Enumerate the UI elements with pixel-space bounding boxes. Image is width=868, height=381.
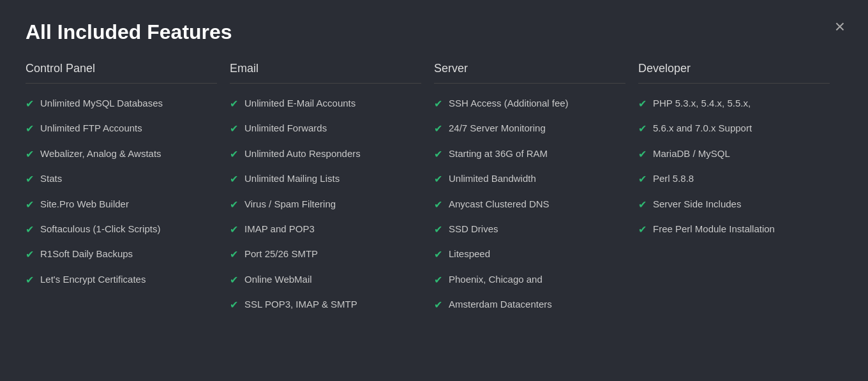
column-control-panel: Control Panel✔Unlimited MySQL Databases✔… <box>26 62 230 323</box>
check-icon: ✔ <box>638 122 647 136</box>
feature-text: Server Side Includes <box>653 197 830 211</box>
modal: All Included Features × Control Panel✔Un… <box>0 0 868 381</box>
check-icon: ✔ <box>230 298 238 312</box>
list-item: ✔Litespeed <box>434 247 625 262</box>
check-icon: ✔ <box>638 97 647 111</box>
check-icon: ✔ <box>26 122 34 136</box>
list-item: ✔SSL POP3, IMAP & SMTP <box>230 297 421 312</box>
check-icon: ✔ <box>434 122 442 136</box>
feature-text: Unlimited MySQL Databases <box>40 96 217 110</box>
feature-text: SSH Access (Additional fee) <box>449 96 625 110</box>
feature-text: Unlimited E-Mail Accounts <box>244 96 421 110</box>
features-columns: Control Panel✔Unlimited MySQL Databases✔… <box>26 62 842 323</box>
close-button[interactable]: × <box>835 18 845 36</box>
feature-text: Site.Pro Web Builder <box>40 197 217 211</box>
check-icon: ✔ <box>434 172 442 186</box>
column-header-developer: Developer <box>638 62 830 84</box>
check-icon: ✔ <box>638 223 647 237</box>
check-icon: ✔ <box>434 147 442 161</box>
list-item: ✔24/7 Server Monitoring <box>434 121 625 136</box>
feature-text: PHP 5.3.x, 5.4.x, 5.5.x, <box>653 96 830 110</box>
feature-text: Webalizer, Analog & Awstats <box>40 147 217 160</box>
check-icon: ✔ <box>434 223 442 237</box>
feature-list-server: ✔SSH Access (Additional fee)✔24/7 Server… <box>434 96 625 313</box>
column-email: Email✔Unlimited E-Mail Accounts✔Unlimite… <box>230 62 434 323</box>
check-icon: ✔ <box>230 172 238 186</box>
feature-text: 24/7 Server Monitoring <box>449 121 625 135</box>
list-item: ✔Stats <box>26 172 217 186</box>
list-item: ✔Unlimited Forwards <box>230 121 421 136</box>
feature-text: MariaDB / MySQL <box>653 147 830 160</box>
check-icon: ✔ <box>230 198 238 212</box>
feature-text: Anycast Clustered DNS <box>449 197 625 211</box>
feature-text: Unlimited Bandwidth <box>449 172 625 185</box>
check-icon: ✔ <box>638 172 647 186</box>
modal-title: All Included Features <box>26 20 842 44</box>
feature-text: Unlimited Forwards <box>244 121 421 135</box>
column-server: Server✔SSH Access (Additional fee)✔24/7 … <box>434 62 638 323</box>
list-item: ✔Unlimited MySQL Databases <box>26 96 217 111</box>
list-item: ✔Phoenix, Chicago and <box>434 273 625 287</box>
list-item: ✔Unlimited Bandwidth <box>434 172 625 186</box>
check-icon: ✔ <box>26 172 34 186</box>
list-item: ✔Unlimited Mailing Lists <box>230 172 421 186</box>
check-icon: ✔ <box>26 248 34 262</box>
feature-text: Softaculous (1-Click Scripts) <box>40 222 217 235</box>
column-developer: Developer✔PHP 5.3.x, 5.4.x, 5.5.x,✔5.6.x… <box>638 62 842 323</box>
check-icon: ✔ <box>434 273 442 287</box>
column-header-email: Email <box>230 62 421 84</box>
feature-text: Unlimited Auto Responders <box>244 147 421 160</box>
list-item: ✔Unlimited FTP Accounts <box>26 121 217 136</box>
check-icon: ✔ <box>26 223 34 237</box>
check-icon: ✔ <box>638 198 647 212</box>
feature-text: SSD Drives <box>449 222 625 235</box>
list-item: ✔Server Side Includes <box>638 197 830 212</box>
list-item: ✔SSD Drives <box>434 222 625 237</box>
feature-text: Unlimited Mailing Lists <box>244 172 421 185</box>
check-icon: ✔ <box>26 97 34 111</box>
check-icon: ✔ <box>230 122 238 136</box>
feature-text: Online WebMail <box>244 273 421 286</box>
check-icon: ✔ <box>230 223 238 237</box>
feature-text: IMAP and POP3 <box>244 222 421 235</box>
list-item: ✔PHP 5.3.x, 5.4.x, 5.5.x, <box>638 96 830 111</box>
list-item: ✔Perl 5.8.8 <box>638 172 830 186</box>
feature-text: Free Perl Module Installation <box>653 222 830 235</box>
check-icon: ✔ <box>638 147 647 161</box>
check-icon: ✔ <box>434 248 442 262</box>
list-item: ✔Site.Pro Web Builder <box>26 197 217 212</box>
feature-text: Starting at 36G of RAM <box>449 147 625 160</box>
feature-text: Unlimited FTP Accounts <box>40 121 217 135</box>
list-item: ✔Port 25/26 SMTP <box>230 247 421 262</box>
feature-text: Amsterdam Datacenters <box>449 297 625 311</box>
check-icon: ✔ <box>26 147 34 161</box>
check-icon: ✔ <box>230 147 238 161</box>
list-item: ✔Anycast Clustered DNS <box>434 197 625 212</box>
list-item: ✔Let's Encrypt Certificates <box>26 273 217 287</box>
column-header-server: Server <box>434 62 625 84</box>
list-item: ✔Virus / Spam Filtering <box>230 197 421 212</box>
list-item: ✔Softaculous (1-Click Scripts) <box>26 222 217 237</box>
feature-text: Port 25/26 SMTP <box>244 247 421 260</box>
feature-text: Phoenix, Chicago and <box>449 273 625 286</box>
list-item: ✔R1Soft Daily Backups <box>26 247 217 262</box>
feature-list-email: ✔Unlimited E-Mail Accounts✔Unlimited For… <box>230 96 421 313</box>
list-item: ✔Free Perl Module Installation <box>638 222 830 237</box>
check-icon: ✔ <box>230 273 238 287</box>
check-icon: ✔ <box>434 298 442 312</box>
feature-text: Litespeed <box>449 247 625 260</box>
check-icon: ✔ <box>26 198 34 212</box>
feature-list-control-panel: ✔Unlimited MySQL Databases✔Unlimited FTP… <box>26 96 217 287</box>
list-item: ✔MariaDB / MySQL <box>638 147 830 161</box>
feature-text: Perl 5.8.8 <box>653 172 830 185</box>
check-icon: ✔ <box>230 248 238 262</box>
list-item: ✔Webalizer, Analog & Awstats <box>26 147 217 161</box>
feature-text: Virus / Spam Filtering <box>244 197 421 211</box>
check-icon: ✔ <box>26 273 34 287</box>
feature-text: 5.6.x and 7.0.x Support <box>653 121 830 135</box>
list-item: ✔Unlimited E-Mail Accounts <box>230 96 421 111</box>
list-item: ✔Online WebMail <box>230 273 421 287</box>
feature-list-developer: ✔PHP 5.3.x, 5.4.x, 5.5.x,✔5.6.x and 7.0.… <box>638 96 830 237</box>
check-icon: ✔ <box>434 97 442 111</box>
list-item: ✔IMAP and POP3 <box>230 222 421 237</box>
